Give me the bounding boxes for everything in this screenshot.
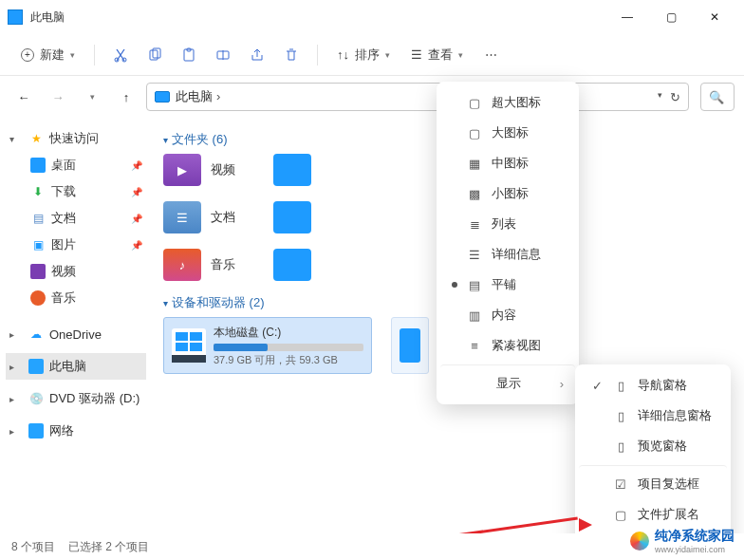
sort-button[interactable]: ↑↓ 排序 ▾ [329, 43, 398, 67]
search-icon: 🔍 [709, 90, 724, 104]
pin-icon: 📌 [131, 187, 142, 197]
sidebar-onedrive[interactable]: ▸☁OneDrive [6, 321, 146, 347]
address-root[interactable]: 此电脑 [176, 88, 220, 105]
share-button[interactable] [243, 41, 271, 69]
folder-videos[interactable]: ▶视频 [163, 154, 235, 186]
chevron-down-icon: ▾ [385, 50, 390, 60]
picture-icon: ▣ [30, 237, 46, 252]
maximize-button[interactable]: ▢ [649, 2, 693, 32]
pane-icon: ▯ [613, 378, 628, 393]
sidebar-network[interactable]: ▸网络 [6, 418, 146, 444]
menu-item-details-pane[interactable]: ▯详细信息窗格 [579, 401, 727, 431]
menu-item-content[interactable]: ▥内容 [440, 300, 575, 330]
pane-icon: ▯ [613, 439, 628, 454]
star-icon: ★ [28, 131, 44, 146]
chevron-down-icon: ▾ [163, 298, 168, 308]
group-label: 设备和驱动器 (2) [172, 294, 265, 311]
music-icon [30, 290, 46, 306]
folder-item[interactable] [273, 249, 311, 281]
menu-item-nav-pane[interactable]: ✓▯导航窗格 [579, 370, 727, 401]
chevron-down-icon: ▾ [163, 135, 168, 145]
sidebar-downloads[interactable]: ⬇下载📌 [6, 178, 146, 205]
chevron-down-icon[interactable]: ▾ [658, 90, 662, 104]
menu-item-extra-large[interactable]: ▢超大图标 [440, 87, 575, 118]
copy-button[interactable] [140, 41, 169, 69]
sidebar-desktop[interactable]: 桌面📌 [6, 152, 146, 178]
sidebar-item-label: 文档 [51, 210, 125, 227]
sidebar-item-label: DVD 驱动器 (D:) CP [49, 390, 142, 407]
view-button[interactable]: ☰ 查看 ▾ [403, 43, 471, 67]
watermark-brand: 纯净系统家园 [655, 528, 735, 543]
folder-documents[interactable]: ☰文档 [163, 201, 235, 233]
menu-item-details[interactable]: ☰详细信息 [440, 239, 575, 270]
folder-item[interactable] [273, 201, 311, 233]
video-icon [30, 264, 46, 279]
folder-icon [273, 154, 311, 186]
chevron-right-icon[interactable]: ▸ [9, 362, 23, 372]
menu-item-compact[interactable]: ≡紧凑视图 [440, 330, 575, 361]
pc-icon [155, 91, 170, 103]
sidebar-documents[interactable]: ▤文档📌 [6, 205, 146, 232]
menu-item-tiles[interactable]: ▤平铺 [440, 270, 575, 300]
compact-icon: ≡ [467, 338, 482, 353]
delete-button[interactable] [277, 41, 306, 69]
sidebar-item-label: 下载 [51, 183, 125, 200]
chevron-right-icon[interactable]: ▸ [9, 426, 23, 437]
disc-icon: 💿 [28, 391, 44, 406]
recent-button[interactable]: ▾ [78, 83, 106, 111]
sidebar-quick-access[interactable]: ▾★快速访问 [6, 125, 146, 152]
drive-icon [172, 328, 206, 363]
drive-d[interactable] [391, 317, 429, 374]
search-input[interactable]: 🔍 [700, 83, 735, 111]
plus-icon: + [21, 48, 34, 62]
menu-item-medium[interactable]: ▦中图标 [440, 148, 575, 178]
menu-item-checkboxes[interactable]: ☑项目复选框 [579, 465, 727, 499]
menu-label: 超大图标 [492, 94, 541, 111]
menu-item-large[interactable]: ▢大图标 [440, 118, 575, 148]
app-icon [8, 9, 23, 25]
menu-item-list[interactable]: ≣列表 [440, 209, 575, 239]
pane-icon: ▯ [613, 408, 628, 423]
group-label: 文件夹 (6) [172, 131, 228, 148]
drive-c[interactable]: 本地磁盘 (C:) 37.9 GB 可用，共 59.3 GB [163, 317, 372, 374]
menu-item-extensions[interactable]: ▢文件扩展名 [579, 499, 727, 530]
close-button[interactable]: ✕ [693, 2, 736, 32]
address-bar[interactable]: 此电脑 ▾ ↻ [146, 83, 689, 111]
menu-item-show[interactable]: 显示› [440, 364, 575, 399]
minimize-button[interactable]: — [605, 2, 649, 32]
status-items: 8 个项目 [11, 539, 55, 555]
new-button[interactable]: + 新建 ▾ [13, 43, 83, 67]
up-button[interactable]: ↑ [112, 83, 140, 111]
folder-item[interactable] [273, 154, 311, 186]
refresh-button[interactable]: ↻ [670, 90, 680, 104]
grid-icon: ▩ [467, 186, 482, 201]
sort-icon: ↑↓ [337, 47, 349, 62]
chevron-down-icon[interactable]: ▾ [9, 134, 23, 144]
back-button[interactable]: ← [9, 83, 38, 111]
sidebar-item-label: 此电脑 [49, 358, 142, 375]
menu-label: 内容 [492, 307, 516, 324]
chevron-right-icon[interactable]: ▸ [9, 394, 23, 404]
bullet-icon [452, 282, 457, 288]
menu-label: 大图标 [492, 124, 529, 141]
grid-icon: ▢ [467, 95, 482, 110]
cut-button[interactable] [106, 41, 135, 69]
forward-button[interactable]: → [44, 83, 72, 111]
chevron-right-icon[interactable]: ▸ [9, 329, 23, 340]
checkbox-icon: ☑ [613, 476, 628, 492]
menu-item-preview-pane[interactable]: ▯预览窗格 [579, 431, 727, 461]
rename-button[interactable] [209, 41, 237, 69]
paste-button[interactable] [175, 41, 203, 69]
navrow: ← → ▾ ↑ 此电脑 ▾ ↻ 🔍 [0, 76, 744, 118]
sidebar-item-label: 桌面 [51, 157, 125, 174]
sidebar-dvd[interactable]: ▸💿DVD 驱动器 (D:) CP [6, 385, 146, 412]
sidebar-pictures[interactable]: ▣图片📌 [6, 232, 146, 258]
sidebar-videos[interactable]: 视频 [6, 258, 146, 285]
more-button[interactable]: ⋯ [476, 41, 505, 69]
folder-music[interactable]: ♪音乐 [163, 249, 235, 281]
sidebar-music[interactable]: 音乐 [6, 285, 146, 311]
sidebar-this-pc[interactable]: ▸此电脑 [6, 353, 146, 380]
desktop-icon [30, 158, 46, 173]
menu-item-small[interactable]: ▩小图标 [440, 178, 575, 209]
address-actions: ▾ ↻ [658, 90, 680, 104]
